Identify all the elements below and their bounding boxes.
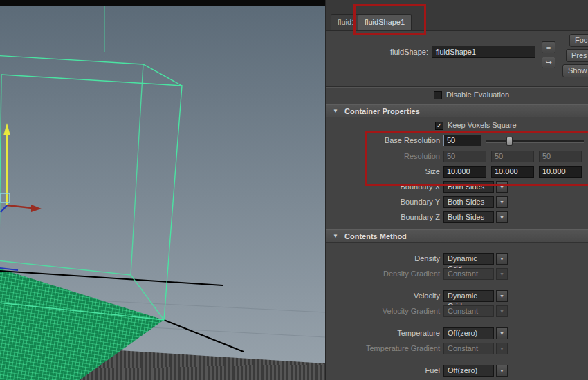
separator: [326, 86, 588, 88]
fuel-row: Fuel Off(zero) ▼: [326, 365, 588, 377]
density-gradient-label: Density Gradient: [326, 269, 440, 278]
boundary-y-label: Boundary Y: [326, 198, 440, 206]
fuel-dropdown[interactable]: Off(zero): [443, 365, 494, 377]
chevron-down-icon[interactable]: ▼: [496, 365, 508, 377]
tab-fluidshape1[interactable]: fluidShape1: [358, 14, 412, 30]
show-button[interactable]: Show: [562, 64, 588, 77]
presets-button[interactable]: Pres: [566, 49, 588, 62]
boundary-z-label: Boundary Z: [326, 213, 440, 221]
focus-button[interactable]: Foc: [569, 34, 588, 47]
slider-handle[interactable]: [506, 137, 513, 146]
chevron-down-icon[interactable]: ▼: [496, 181, 508, 193]
load-attributes-icon[interactable]: ≡: [542, 41, 555, 53]
size-y-input[interactable]: 10.000: [491, 166, 534, 178]
disable-evaluation-label: Disable Evaluation: [446, 91, 509, 99]
section-title: Contents Method: [344, 230, 407, 243]
z-axis-handle[interactable]: [1, 205, 7, 212]
keep-voxels-square-row: ✓ Keep Voxels Square: [326, 120, 588, 133]
size-row: Size 10.000 10.000 10.000: [326, 166, 588, 178]
density-dropdown[interactable]: Dynamic Grid: [443, 253, 494, 265]
fluid-base-voxel-grid[interactable]: [0, 267, 164, 380]
density-row: Density Dynamic Grid ▼: [326, 253, 588, 265]
base-resolution-row: Base Resolution 50: [326, 135, 588, 147]
selection-box: [1, 193, 10, 202]
resolution-label: Resolution: [326, 152, 440, 160]
temperature-dropdown[interactable]: Off(zero): [443, 327, 494, 339]
chevron-down-icon: ▼: [333, 233, 338, 239]
chevron-down-icon[interactable]: ▼: [496, 327, 508, 339]
size-label: Size: [326, 167, 440, 175]
move-manipulator[interactable]: [1, 123, 42, 212]
chevron-down-icon: ▼: [496, 343, 508, 354]
resolution-y-input: 50: [491, 151, 534, 162]
attribute-editor: fluid1 fluidShape1 fluidShape: fluidShap…: [325, 0, 588, 380]
disable-evaluation-row: Disable Evaluation: [326, 90, 588, 102]
resolution-z-input: 50: [539, 151, 582, 162]
x-axis-handle[interactable]: [7, 205, 32, 208]
section-title: Container Properties: [344, 105, 420, 117]
size-z-input[interactable]: 10.000: [539, 166, 582, 178]
velocity-row: Velocity Dynamic Grid ▼: [326, 290, 588, 303]
x-axis-arrowhead-icon[interactable]: [31, 205, 42, 212]
velocity-label: Velocity: [326, 292, 440, 300]
section-container-properties[interactable]: ▼ Container Properties: [326, 104, 588, 117]
size-x-input[interactable]: 10.000: [443, 166, 486, 178]
fuel-label: Fuel: [326, 366, 440, 374]
density-gradient-row: Density Gradient Constant ▼: [326, 268, 588, 281]
boundary-x-dropdown[interactable]: Both Sides: [443, 181, 494, 193]
viewport-top-bar: [0, 0, 325, 6]
boundary-z-dropdown[interactable]: Both Sides: [443, 211, 494, 223]
section-contents-method[interactable]: ▼ Contents Method: [326, 229, 588, 243]
keep-voxels-square-label: Keep Voxels Square: [448, 121, 517, 129]
density-gradient-dropdown: Constant: [443, 268, 494, 280]
viewport-3d[interactable]: [0, 0, 325, 380]
chevron-down-icon[interactable]: ▼: [496, 253, 508, 265]
density-label: Density: [326, 254, 440, 263]
chevron-down-icon[interactable]: ▼: [496, 196, 508, 208]
temperature-gradient-label: Temperature Gradient: [326, 344, 440, 352]
boundary-y-row: Boundary Y Both Sides ▼: [326, 196, 588, 209]
boundary-z-row: Boundary Z Both Sides ▼: [326, 211, 588, 224]
resolution-row: Resolution 50 50 50: [326, 151, 588, 163]
boundary-x-label: Boundary X: [326, 182, 440, 191]
viewport-overlay: [0, 0, 325, 380]
chevron-down-icon: ▼: [496, 305, 508, 317]
temperature-gradient-row: Temperature Gradient Constant ▼: [326, 343, 588, 355]
temperature-gradient-dropdown: Constant: [443, 343, 494, 354]
velocity-gradient-dropdown: Constant: [443, 305, 494, 317]
chevron-down-icon[interactable]: ▼: [496, 211, 508, 223]
chevron-down-icon: ▼: [496, 268, 508, 280]
base-resolution-input[interactable]: 50: [443, 135, 481, 146]
velocity-gradient-row: Velocity Gradient Constant ▼: [326, 305, 588, 318]
fluidshape-label: fluidShape:: [326, 48, 428, 56]
disable-evaluation-checkbox[interactable]: [434, 91, 442, 99]
base-resolution-label: Base Resolution: [326, 136, 440, 144]
resolution-x-input: 50: [443, 151, 486, 162]
copy-tab-icon[interactable]: ↪: [542, 57, 555, 68]
temperature-label: Temperature: [326, 329, 440, 337]
chevron-down-icon[interactable]: ▼: [496, 290, 508, 302]
velocity-gradient-label: Velocity Gradient: [326, 307, 440, 315]
boundary-x-row: Boundary X Both Sides ▼: [326, 181, 588, 193]
y-axis-arrowhead-icon[interactable]: [3, 123, 10, 135]
maya-window: fluid1 fluidShape1 fluidShape: fluidShap…: [0, 0, 588, 380]
temperature-row: Temperature Off(zero) ▼: [326, 327, 588, 340]
fluidshape-name-input[interactable]: fluidShape1: [432, 46, 535, 58]
chevron-down-icon: ▼: [333, 108, 338, 114]
base-resolution-slider[interactable]: [486, 140, 584, 143]
velocity-dropdown[interactable]: Dynamic Grid: [443, 290, 494, 302]
keep-voxels-square-checkbox[interactable]: ✓: [435, 122, 443, 130]
boundary-y-dropdown[interactable]: Both Sides: [443, 196, 494, 208]
